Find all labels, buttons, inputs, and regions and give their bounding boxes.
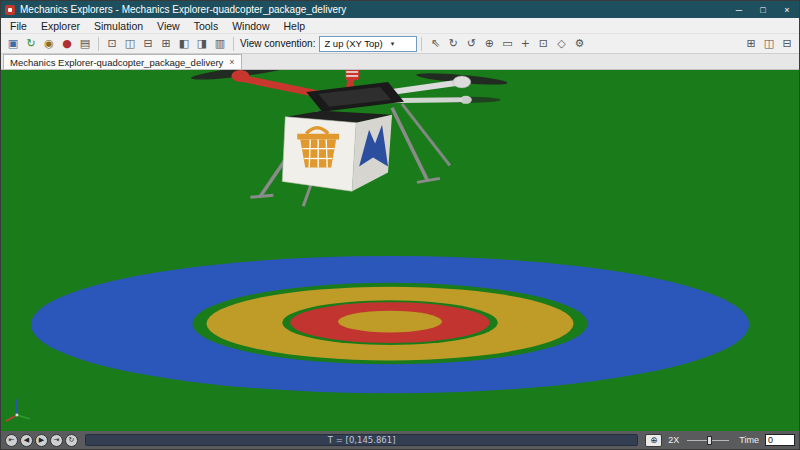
toolbar-button[interactable]: ▣	[4, 35, 22, 53]
loop-icon: ↻	[69, 437, 75, 444]
toolbar-button[interactable]: ↻	[22, 35, 40, 53]
snapshot-icon: ◉	[44, 38, 54, 49]
pane-layout-right-icon: ◨	[197, 38, 207, 49]
play-icon: ▶	[39, 437, 44, 444]
layout-four-grid-icon: ⊞	[746, 38, 755, 49]
toolbar-button[interactable]: ●	[58, 35, 76, 53]
record-video-icon: ●	[62, 38, 72, 49]
layout-split-vertical-icon: ◫	[764, 38, 774, 49]
playback-button[interactable]: ▶	[35, 434, 48, 447]
playback-button[interactable]: ⇥	[50, 434, 63, 447]
toolbar-button[interactable]: ▤	[76, 35, 94, 53]
toolbar-button[interactable]: ⊟	[778, 35, 796, 53]
view-convention-label: View convention:	[240, 38, 315, 49]
toolbar-button[interactable]: ▭	[498, 35, 516, 53]
rotate-view-icon: ↻	[449, 38, 458, 49]
toolbar-button[interactable]: ◇	[552, 35, 570, 53]
layout-tool-group: ⊞ ◫ ⊟	[742, 35, 796, 53]
toolbar-button[interactable]: ↺	[462, 35, 480, 53]
toolbar-button[interactable]: ⊡	[534, 35, 552, 53]
menu-item[interactable]: File	[3, 20, 34, 32]
menu-item[interactable]: View	[150, 20, 187, 32]
roll-view-icon: ↺	[467, 38, 476, 49]
toolbar-separator	[98, 37, 99, 51]
slider-thumb[interactable]	[707, 436, 712, 445]
toolbar-button[interactable]: ↻	[444, 35, 462, 53]
playback-controls: ⇤ ◀ ▶ ⇥ ↻	[5, 434, 78, 447]
toolbar-button[interactable]: ◉	[40, 35, 58, 53]
mechanics-explorer-window: Mechanics Explorers - Mechanics Explorer…	[0, 0, 800, 450]
select-cursor-icon: ⇖	[431, 38, 440, 49]
tab-bar: Mechanics Explorer-quadcopter_package_de…	[1, 54, 799, 70]
timeline-slider[interactable]: T = [0,145.861]	[85, 434, 638, 446]
menu-bar: File Explorer Simulation View Tools Wind…	[1, 18, 799, 33]
zoom-region-icon: ▭	[502, 38, 512, 49]
menu-item[interactable]: Simulation	[87, 20, 150, 32]
toolbar-button[interactable]: ⚙	[570, 35, 588, 53]
magnifier-icon: ⊕	[650, 436, 657, 445]
maximize-button[interactable]: □	[751, 1, 775, 18]
toolbar-button[interactable]: +	[516, 35, 534, 53]
copy-view-icon: ▣	[8, 38, 18, 49]
timeline-zoom-button[interactable]: ⊕	[645, 434, 662, 447]
toolbar-button[interactable]: ⊞	[742, 35, 760, 53]
3d-viewport[interactable]	[1, 70, 799, 431]
menu-item[interactable]: Help	[277, 20, 313, 32]
toolbar: ▣ ↻ ◉ ● ▤ ⊡ ◫ ⊟ ⊞ ◧ ◨	[1, 33, 799, 54]
fit-to-view-icon: ⊡	[539, 38, 548, 49]
tab-label: Mechanics Explorer-quadcopter_package_de…	[10, 57, 223, 68]
toolbar-button[interactable]: ⊞	[157, 35, 175, 53]
toolbar-button[interactable]: ⊡	[103, 35, 121, 53]
view-tool-group: ⇖ ↻ ↺ ⊕ ▭ + ⊡ ◇ ⚙	[426, 35, 588, 53]
toolbar-button[interactable]: ⊕	[480, 35, 498, 53]
tab-mechanics-explorer[interactable]: Mechanics Explorer-quadcopter_package_de…	[3, 54, 242, 69]
toolbar-separator	[233, 37, 234, 51]
playback-button[interactable]: ⇤	[5, 434, 18, 447]
layout-split-horizontal-icon: ⊟	[782, 38, 791, 49]
timeline-range-text: T = [0,145.861]	[328, 435, 396, 445]
video-preferences-icon: ⚙	[574, 38, 584, 49]
window-title: Mechanics Explorers - Mechanics Explorer…	[20, 4, 722, 15]
playback-button[interactable]: ↻	[65, 434, 78, 447]
time-input[interactable]: 0	[765, 434, 795, 446]
go-to-end-icon: ⇥	[54, 437, 60, 444]
toolbar-button[interactable]: ◫	[760, 35, 778, 53]
speed-label: 2X	[668, 435, 679, 445]
step-back-icon: ◀	[24, 437, 29, 444]
toolbar-button[interactable]: ◨	[193, 35, 211, 53]
playback-button[interactable]: ◀	[20, 434, 33, 447]
window-controls: ─ □ ×	[727, 1, 799, 18]
time-label: Time	[739, 435, 759, 445]
replay-animation-icon: ↻	[26, 38, 35, 49]
playback-bar: ⇤ ◀ ▶ ⇥ ↻ T = [0,145.861] ⊕ 2X Time 0	[1, 431, 799, 449]
minimize-button[interactable]: ─	[727, 1, 751, 18]
menu-item[interactable]: Explorer	[34, 20, 87, 32]
close-icon[interactable]: ×	[229, 57, 234, 67]
toolbar-button[interactable]: ⇖	[426, 35, 444, 53]
landing-pad-bullseye	[31, 256, 749, 393]
app-icon	[5, 5, 15, 15]
zoom-in-icon: ⊕	[485, 38, 494, 49]
pan-view-icon: +	[521, 38, 530, 49]
title-bar: Mechanics Explorers - Mechanics Explorer…	[1, 1, 799, 18]
view-convention-value: Z up (XY Top)	[324, 38, 382, 49]
toolbar-button[interactable]: ◧	[175, 35, 193, 53]
perspective-icon: ◇	[557, 38, 565, 49]
pane-layout-rows-icon: ▥	[215, 38, 225, 49]
single-pane-icon: ⊡	[107, 38, 116, 49]
menu-item[interactable]: Tools	[187, 20, 226, 32]
toolbar-button[interactable]: ◫	[121, 35, 139, 53]
pane-tool-group: ⊡ ◫ ⊟ ⊞ ◧ ◨ ▥	[103, 35, 229, 53]
toolbar-separator	[421, 37, 422, 51]
toolbar-button[interactable]: ⊟	[139, 35, 157, 53]
four-pane-grid-icon: ⊞	[161, 38, 170, 49]
pane-layout-left-icon: ◧	[179, 38, 189, 49]
chevron-down-icon: ▾	[391, 40, 395, 48]
close-button[interactable]: ×	[775, 1, 799, 18]
file-tool-group: ▣ ↻ ◉ ● ▤	[4, 35, 94, 53]
print-icon: ▤	[80, 38, 90, 49]
toolbar-button[interactable]: ▥	[211, 35, 229, 53]
menu-item[interactable]: Window	[225, 20, 276, 32]
view-convention-select[interactable]: Z up (XY Top) ▾	[319, 36, 417, 52]
speed-slider[interactable]	[685, 434, 731, 447]
